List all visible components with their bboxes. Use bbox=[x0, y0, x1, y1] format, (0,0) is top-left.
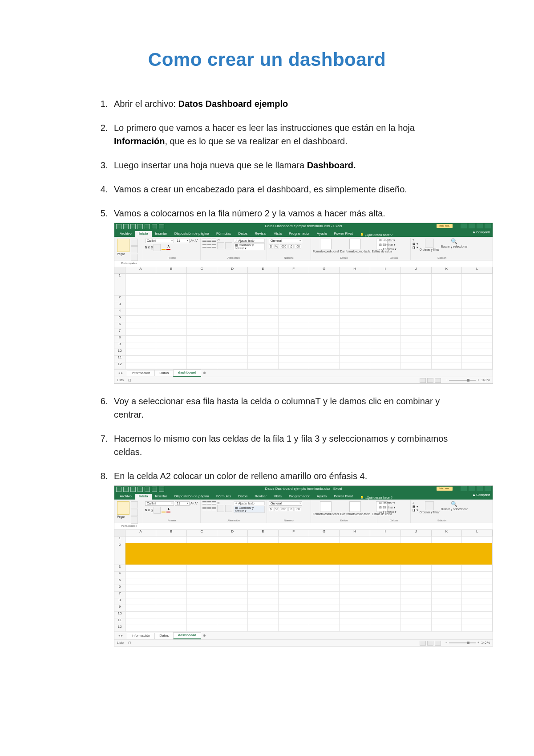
col-header[interactable]: J bbox=[401, 530, 432, 536]
row-header[interactable]: 4 bbox=[114, 572, 125, 578]
tab-disposicion[interactable]: Disposición de página bbox=[171, 494, 213, 500]
col-header[interactable]: A bbox=[125, 530, 156, 536]
tab-revisar[interactable]: Revisar bbox=[251, 494, 270, 500]
merge-center-button[interactable]: ▦ Combinar y centrar ▾ bbox=[234, 506, 265, 513]
row-header[interactable]: 12 bbox=[114, 625, 125, 632]
formula-bar[interactable] bbox=[114, 523, 493, 530]
col-header[interactable]: G bbox=[309, 267, 340, 273]
indent-left-icon[interactable] bbox=[217, 242, 224, 249]
col-header[interactable]: E bbox=[248, 530, 279, 536]
col-header[interactable]: B bbox=[156, 267, 187, 273]
tab-programador[interactable]: Programador bbox=[285, 231, 313, 237]
align-top-icon[interactable] bbox=[202, 239, 206, 242]
row-header[interactable]: 5 bbox=[114, 578, 125, 585]
sheet-tab-informacion[interactable]: información bbox=[127, 370, 155, 376]
tab-programador[interactable]: Programador bbox=[285, 494, 313, 500]
tab-archivo[interactable]: Archivo bbox=[116, 231, 135, 237]
fill-color-icon[interactable] bbox=[162, 245, 166, 250]
percent-button[interactable]: % bbox=[274, 244, 279, 248]
increase-font-icon[interactable]: A^ bbox=[190, 502, 194, 505]
macro-record-icon[interactable]: ▢ bbox=[126, 378, 133, 382]
tab-ayuda[interactable]: Ayuda bbox=[313, 494, 331, 500]
ribbon-options-icon[interactable] bbox=[461, 224, 467, 228]
tab-datos[interactable]: Datos bbox=[235, 231, 251, 237]
align-top-icon[interactable] bbox=[202, 501, 206, 504]
merged-gold-cell[interactable] bbox=[125, 543, 493, 565]
close-icon[interactable] bbox=[485, 486, 491, 491]
row-header[interactable]: 11 bbox=[114, 618, 125, 625]
row-header[interactable]: 6 bbox=[114, 322, 125, 329]
inc-dec-button[interactable]: .0 bbox=[288, 244, 293, 248]
tab-revisar[interactable]: Revisar bbox=[251, 231, 270, 237]
orientation-icon[interactable]: ↺ bbox=[217, 239, 220, 242]
col-header[interactable]: I bbox=[370, 530, 401, 536]
new-sheet-button[interactable]: ⊕ bbox=[201, 371, 208, 375]
format-cells[interactable]: ▭ Formato ▾ bbox=[379, 248, 396, 251]
format-cells[interactable]: ▭ Formato ▾ bbox=[379, 510, 396, 513]
number-format-combo[interactable]: General bbox=[269, 239, 302, 243]
row-header[interactable]: 2 bbox=[114, 296, 125, 302]
comma-button[interactable]: 000 bbox=[280, 244, 287, 248]
col-header[interactable]: I bbox=[370, 267, 401, 273]
merge-center-button[interactable]: ▦ Combinar y centrar ▾ bbox=[234, 243, 265, 250]
tell-me-box[interactable]: ¿Qué desea hacer? bbox=[360, 233, 392, 237]
align-center-icon[interactable] bbox=[207, 507, 211, 510]
tab-inicio[interactable]: Inicio bbox=[135, 231, 152, 237]
tab-powerpivot[interactable]: Power Pivot bbox=[330, 494, 356, 500]
view-buttons[interactable] bbox=[418, 641, 443, 646]
wrap-text-button[interactable]: ↲ Ajustar texto bbox=[234, 501, 265, 505]
borders-icon[interactable] bbox=[154, 244, 161, 251]
tab-powerpivot[interactable]: Power Pivot bbox=[330, 231, 356, 237]
sheet-tab-dashboard[interactable]: dashboard bbox=[173, 370, 201, 377]
col-header[interactable]: H bbox=[340, 267, 370, 273]
row-header[interactable]: 9 bbox=[114, 342, 125, 349]
col-header[interactable]: K bbox=[432, 530, 462, 536]
align-right-icon[interactable] bbox=[212, 507, 216, 510]
row-header[interactable]: 5 bbox=[114, 316, 125, 322]
select-all-corner[interactable] bbox=[114, 267, 125, 273]
autosum-button[interactable]: Σ bbox=[413, 501, 418, 504]
tab-formulas[interactable]: Fórmulas bbox=[213, 231, 235, 237]
row-header[interactable]: 8 bbox=[114, 598, 125, 605]
sheet-tab-dashboard[interactable]: dashboard bbox=[173, 632, 201, 639]
col-header[interactable]: G bbox=[309, 530, 340, 536]
align-middle-icon[interactable] bbox=[207, 501, 211, 504]
format-table-icon[interactable] bbox=[349, 501, 361, 512]
tab-inicio[interactable]: Inicio bbox=[135, 494, 152, 500]
bold-button[interactable]: N bbox=[145, 246, 147, 249]
formula-bar[interactable] bbox=[114, 260, 493, 267]
cut-icon[interactable] bbox=[131, 501, 138, 508]
align-right-icon[interactable] bbox=[212, 244, 216, 248]
row-header[interactable]: 11 bbox=[114, 356, 125, 362]
tab-vista[interactable]: Vista bbox=[270, 494, 285, 500]
align-left-icon[interactable] bbox=[202, 244, 206, 248]
autosum-button[interactable]: Σ bbox=[413, 239, 418, 242]
minimize-icon[interactable] bbox=[469, 486, 475, 491]
insert-cells[interactable]: ⊞ Insertar ▾ bbox=[379, 501, 395, 504]
maximize-icon[interactable] bbox=[477, 224, 483, 228]
close-icon[interactable] bbox=[485, 224, 491, 228]
tab-insertar[interactable]: Insertar bbox=[152, 494, 171, 500]
delete-cells[interactable]: ⊟ Eliminar ▾ bbox=[379, 243, 396, 246]
view-buttons[interactable] bbox=[418, 378, 443, 383]
align-bottom-icon[interactable] bbox=[212, 501, 216, 504]
sort-filter-icon[interactable] bbox=[425, 501, 434, 510]
font-color-icon[interactable]: A bbox=[166, 245, 170, 250]
tab-archivo[interactable]: Archivo bbox=[116, 494, 135, 500]
new-sheet-button[interactable]: ⊕ bbox=[201, 634, 208, 638]
share-button[interactable]: ♟ Compartir bbox=[473, 493, 490, 497]
signin-badge[interactable]: Inic. ses. bbox=[437, 487, 453, 491]
col-header[interactable]: D bbox=[217, 530, 248, 536]
indent-right-icon[interactable] bbox=[225, 242, 232, 249]
col-header[interactable]: C bbox=[187, 267, 218, 273]
ribbon-options-icon[interactable] bbox=[461, 486, 467, 491]
sheet-nav[interactable]: ◂ ▸ bbox=[114, 371, 127, 375]
col-header[interactable]: K bbox=[432, 267, 462, 273]
format-painter-icon[interactable] bbox=[131, 254, 138, 261]
sort-filter-icon[interactable] bbox=[425, 239, 434, 248]
macro-record-icon[interactable]: ▢ bbox=[126, 641, 133, 645]
insert-cells[interactable]: ⊞ Insertar ▾ bbox=[379, 239, 395, 242]
sheet-tab-informacion[interactable]: información bbox=[127, 633, 155, 639]
tab-disposicion[interactable]: Disposición de página bbox=[171, 231, 213, 237]
fill-button[interactable]: ▣ ▾ bbox=[413, 505, 418, 508]
